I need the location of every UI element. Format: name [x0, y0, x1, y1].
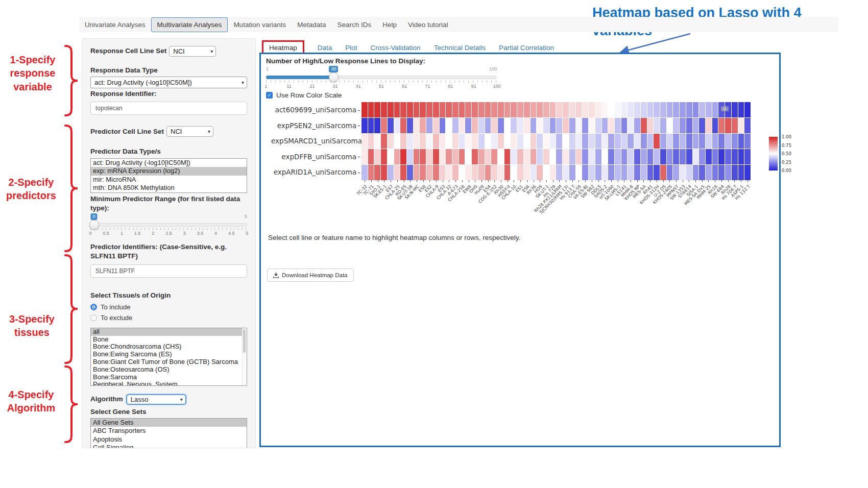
heatmap-cell[interactable] [680, 102, 686, 117]
heatmap-cell[interactable] [634, 165, 640, 180]
heatmap-cell[interactable] [680, 134, 686, 149]
heatmap-cell[interactable] [602, 118, 608, 133]
heatmap-cell[interactable] [660, 102, 666, 117]
heatmap-cell[interactable] [361, 118, 368, 133]
option-bone-giant-cell-tumor-of-bone-gctb-sarcoma[interactable]: Bone:Giant Cell Tumor of Bone (GCTB) Sar… [91, 358, 247, 366]
option-abc-transporters[interactable]: ABC Transporters [91, 427, 247, 435]
heatmap-cell[interactable] [667, 134, 673, 149]
heatmap-cell[interactable] [725, 134, 731, 149]
heatmap-cell[interactable] [511, 118, 517, 133]
heatmap-cell[interactable] [660, 118, 666, 133]
option-bone[interactable]: Bone [91, 336, 247, 344]
option-peripheral-nervous-system[interactable]: Peripheral_Nervous_System [91, 381, 247, 385]
heatmap-cell[interactable] [673, 102, 679, 117]
heatmap-cell[interactable] [400, 118, 406, 133]
option-bone-ewing-sarcoma-es[interactable]: Bone:Ewing Sarcoma (ES) [91, 351, 247, 358]
heatmap-cell[interactable] [660, 134, 666, 149]
heatmap-cell[interactable] [388, 165, 394, 180]
heatmap-cell[interactable] [517, 134, 523, 149]
heatmap-cell[interactable] [478, 149, 485, 164]
heatmap-cell[interactable] [452, 118, 459, 133]
radio-button[interactable] [90, 304, 97, 310]
heatmap-cell[interactable] [381, 118, 387, 133]
algorithm-select[interactable]: Lasso ▾ [126, 394, 186, 405]
heatmap-cell[interactable] [576, 149, 582, 164]
heatmap-cell[interactable] [634, 134, 640, 149]
heatmap-cell[interactable] [394, 149, 400, 164]
heatmap-cell[interactable] [361, 149, 368, 164]
heatmap-cell[interactable] [491, 102, 497, 117]
heatmap-cell[interactable] [608, 118, 614, 133]
heatmap-cell[interactable] [673, 149, 679, 164]
heatmap-cell[interactable] [374, 134, 380, 149]
heatmap-cell[interactable] [472, 149, 478, 164]
main-tab-partial-correlation[interactable]: Partial Correlation [499, 44, 554, 52]
heatmap-cell[interactable] [550, 149, 556, 164]
heatmap-cell[interactable] [563, 118, 569, 133]
heatmap-cell[interactable] [374, 165, 380, 180]
heatmap-cell[interactable] [686, 118, 692, 133]
slider-track[interactable] [90, 223, 247, 227]
heatmap-cell[interactable] [498, 165, 504, 180]
camera-icon[interactable] [720, 105, 729, 112]
heatmap-cell[interactable] [511, 149, 517, 164]
heatmap-cell[interactable] [504, 118, 511, 133]
heatmap-cell[interactable] [433, 102, 439, 117]
heatmap-cell[interactable] [452, 102, 459, 117]
heatmap-cell[interactable] [394, 134, 400, 149]
heatmap-cell[interactable] [725, 149, 731, 164]
option-mir-microrna[interactable]: mir: MicroRNA [91, 176, 247, 184]
heatmap-cell[interactable] [654, 118, 660, 133]
heatmap-cell[interactable] [491, 118, 497, 133]
heatmap-cell[interactable] [511, 134, 517, 149]
heatmap-cell[interactable] [602, 134, 608, 149]
heatmap-cell[interactable] [712, 118, 718, 133]
heatmap-cell[interactable] [440, 134, 446, 149]
heatmap-cell[interactable] [615, 134, 621, 149]
heatmap-cell[interactable] [660, 165, 666, 180]
heatmap-cell[interactable] [543, 134, 549, 149]
heatmap-cell[interactable] [608, 165, 614, 180]
heatmap-cell[interactable] [459, 134, 465, 149]
heatmap-cell[interactable] [569, 149, 575, 164]
heatmap-cell[interactable] [686, 134, 692, 149]
heatmap-cell[interactable] [615, 102, 621, 117]
heatmap-cell[interactable] [433, 118, 439, 133]
heatmap-cell[interactable] [400, 102, 406, 117]
heatmap-cell[interactable] [426, 149, 432, 164]
heatmap-cell[interactable] [744, 134, 751, 149]
heatmap-cell[interactable] [491, 149, 497, 164]
heatmap-cell[interactable] [744, 149, 751, 164]
heatmap-cell[interactable] [400, 149, 406, 164]
heatmap-cell[interactable] [485, 149, 491, 164]
heatmap-cell[interactable] [628, 165, 634, 180]
heatmap-cell[interactable] [686, 165, 692, 180]
heatmap-cell[interactable] [589, 134, 595, 149]
heatmap-cell[interactable] [615, 165, 621, 180]
heatmap-cell[interactable] [718, 149, 725, 164]
heatmap-cell[interactable] [433, 149, 439, 164]
heatmap-cell[interactable] [744, 102, 751, 117]
heatmap-cell[interactable] [465, 149, 471, 164]
heatmap-cell[interactable] [641, 134, 647, 149]
heatmap-cell[interactable] [446, 102, 452, 117]
response-data-type-select[interactable]: act: Drug Activity (-log10[IC50M]) ▾ [90, 77, 247, 88]
heatmap-cell[interactable] [660, 149, 666, 164]
heatmap-cell[interactable] [478, 118, 485, 133]
heatmap-cell[interactable] [420, 149, 426, 164]
heatmap-cell[interactable] [465, 165, 471, 180]
heatmap-cell[interactable] [667, 165, 673, 180]
heatmap-cell[interactable] [569, 102, 575, 117]
heatmap-cell[interactable] [498, 118, 504, 133]
heatmap-cell[interactable] [511, 165, 517, 180]
heatmap-cell[interactable] [452, 134, 459, 149]
heatmap-cell[interactable] [602, 165, 608, 180]
response-cell-line-set-select[interactable]: NCI ▾ [169, 46, 216, 57]
heatmap-cell[interactable] [706, 102, 712, 117]
heatmap-cell[interactable] [420, 118, 426, 133]
heatmap-cell[interactable] [641, 102, 647, 117]
radio-to-include[interactable]: To include [90, 303, 247, 311]
heatmap-cell[interactable] [440, 165, 446, 180]
nav-tab-help[interactable]: Help [377, 18, 402, 32]
heatmap-cell[interactable] [680, 165, 686, 180]
